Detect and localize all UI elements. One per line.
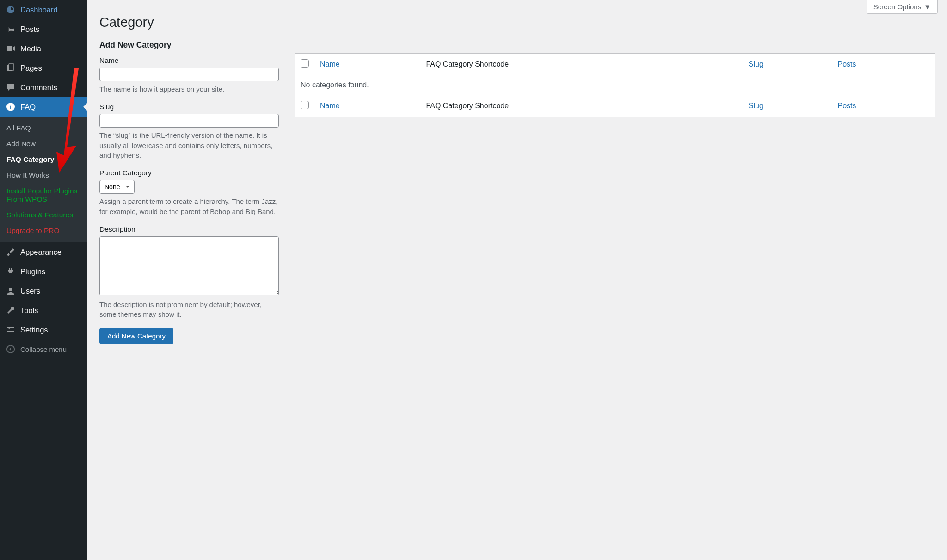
info-icon: i [6,102,16,112]
menu-dashboard[interactable]: Dashboard [0,0,87,19]
collapse-menu[interactable]: Collapse menu [0,339,87,359]
sliders-icon [6,325,16,335]
name-desc: The name is how it appears on your site. [99,84,279,94]
slug-desc: The “slug” is the URL-friendly version o… [99,130,279,160]
page-title: Category [99,15,935,30]
slug-label: Slug [99,103,279,111]
menu-label: Settings [20,326,48,334]
parent-desc: Assign a parent term to create a hierarc… [99,197,279,217]
slug-input[interactable] [99,114,279,128]
menu-label: Dashboard [20,6,58,14]
parent-label: Parent Category [99,169,279,177]
submenu-solutions[interactable]: Solutions & Features [0,207,87,223]
svg-rect-0 [7,46,12,51]
col-posts-foot[interactable]: Posts [838,102,856,110]
menu-pages[interactable]: Pages [0,58,87,78]
section-title: Add New Category [99,40,279,50]
screen-options-toggle[interactable]: Screen Options ▼ [867,0,938,14]
page-icon [6,63,16,73]
description-desc: The description is not prominent by defa… [99,300,279,320]
submenu-add-new[interactable]: Add New [0,136,87,152]
name-label: Name [99,56,279,65]
menu-label: Users [20,287,40,295]
menu-users[interactable]: Users [0,281,87,301]
main-content: Screen Options ▼ Category Add New Catego… [87,0,947,560]
col-shortcode: FAQ Category Shortcode [420,54,743,75]
table-header-row: Name FAQ Category Shortcode Slug Posts [295,54,935,75]
svg-text:i: i [10,104,12,111]
menu-settings[interactable]: Settings [0,320,87,339]
menu-label: Plugins [20,267,45,276]
svg-point-7 [11,331,13,332]
menu-label: Comments [20,83,57,92]
categories-table: Name FAQ Category Shortcode Slug Posts N… [295,53,935,117]
collapse-label: Collapse menu [20,345,67,353]
menu-label: Tools [20,306,38,315]
media-icon [6,43,16,54]
menu-comments[interactable]: Comments [0,78,87,97]
faq-submenu: All FAQ Add New FAQ Category How It Work… [0,117,87,242]
svg-rect-2 [9,64,14,70]
add-category-form: Add New Category Name The name is how it… [99,40,279,344]
chevron-down-icon: ▼ [924,3,931,11]
col-slug-foot[interactable]: Slug [749,102,763,110]
col-posts[interactable]: Posts [838,60,856,68]
menu-faq[interactable]: i FAQ [0,97,87,117]
brush-icon [6,247,16,257]
dashboard-icon [6,5,16,15]
description-label: Description [99,225,279,234]
col-name-foot[interactable]: Name [320,102,340,110]
submenu-upgrade[interactable]: Upgrade to PRO [0,223,87,239]
add-category-button[interactable]: Add New Category [99,328,173,344]
pin-icon [6,24,16,34]
menu-plugins[interactable]: Plugins [0,262,87,281]
submenu-install-plugins[interactable]: Install Popular Plugins From WPOS [0,183,87,207]
submenu-all-faq[interactable]: All FAQ [0,120,87,136]
menu-appearance[interactable]: Appearance [0,242,87,262]
menu-tools[interactable]: Tools [0,301,87,320]
menu-label: Posts [20,25,39,34]
description-textarea[interactable] [99,236,279,295]
menu-label: FAQ [20,103,36,111]
empty-message: No categories found. [295,75,935,95]
menu-label: Appearance [20,248,61,257]
select-all-bottom[interactable] [301,101,309,109]
table-footer-row: Name FAQ Category Shortcode Slug Posts [295,95,935,117]
col-slug[interactable]: Slug [749,60,763,68]
menu-label: Media [20,44,41,53]
menu-posts[interactable]: Posts [0,19,87,39]
select-all-top[interactable] [301,59,309,68]
plug-icon [6,266,16,277]
col-name[interactable]: Name [320,60,340,68]
svg-point-5 [9,288,12,291]
admin-sidebar: Dashboard Posts Media Pages Comments [0,0,87,560]
menu-label: Pages [20,64,42,73]
table-empty-row: No categories found. [295,75,935,95]
name-input[interactable] [99,68,279,81]
col-shortcode-foot: FAQ Category Shortcode [420,95,743,117]
parent-select[interactable]: None [99,180,135,194]
submenu-how-it-works[interactable]: How It Works [0,167,87,183]
menu-media[interactable]: Media [0,39,87,58]
comment-icon [6,82,16,92]
wrench-icon [6,305,16,315]
user-icon [6,286,16,296]
svg-point-6 [8,327,10,329]
collapse-icon [6,344,16,354]
screen-options-label: Screen Options [873,3,921,11]
submenu-faq-category[interactable]: FAQ Category [0,152,87,167]
